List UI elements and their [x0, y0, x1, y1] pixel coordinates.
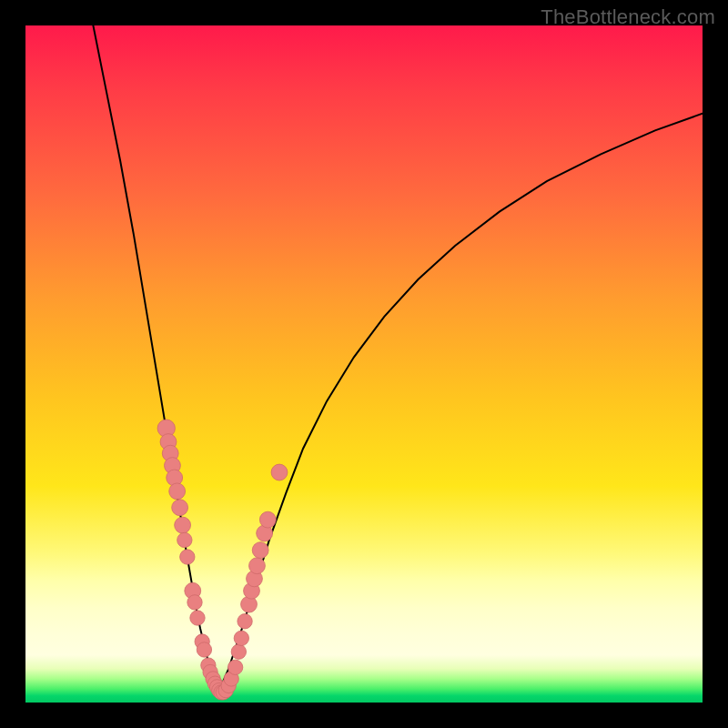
scatter-dot — [187, 595, 202, 610]
scatter-dot — [259, 511, 276, 528]
scatter-dot — [238, 614, 252, 629]
scatter-dot — [252, 542, 268, 559]
plot-area — [25, 25, 703, 703]
curve-right — [218, 114, 703, 693]
scatter-dot — [249, 558, 266, 574]
scatter-dot — [190, 611, 205, 625]
scatter-dot — [271, 464, 288, 480]
chart-svg — [25, 25, 703, 703]
scatter-dots — [157, 420, 288, 700]
scatter-dot — [177, 532, 192, 547]
scatter-dot — [228, 660, 242, 674]
scatter-dot — [234, 631, 248, 645]
scatter-dot — [172, 500, 188, 516]
scatter-dot — [169, 483, 186, 500]
scatter-dot — [197, 642, 211, 657]
scatter-dot — [180, 550, 195, 564]
chart-frame: TheBottleneck.com — [0, 0, 728, 728]
scatter-dot — [175, 517, 191, 533]
scatter-dot — [231, 644, 246, 659]
